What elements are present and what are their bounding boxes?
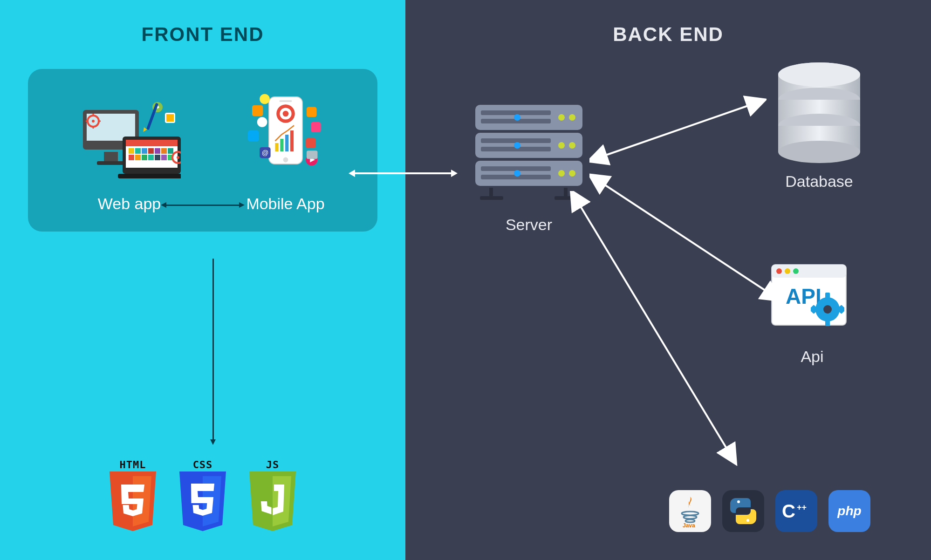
svg-point-111: [684, 516, 697, 519]
svg-rect-14: [155, 148, 160, 154]
svg-point-36: [282, 111, 288, 117]
html-label: HTML: [120, 459, 146, 471]
svg-rect-79: [480, 196, 503, 200]
backend-title: BACK END: [424, 23, 912, 46]
svg-point-51: [257, 117, 267, 127]
svg-rect-38: [280, 139, 283, 151]
svg-rect-42: [252, 105, 263, 116]
php-label: php: [837, 504, 861, 519]
svg-rect-66: [481, 166, 551, 171]
api-block: API Api: [768, 261, 856, 366]
server-to-db-arrow-icon: [589, 93, 767, 168]
webapp-item: Web app: [78, 102, 181, 213]
svg-rect-97: [825, 293, 830, 299]
svg-rect-39: [285, 135, 288, 151]
css-label: CSS: [193, 459, 213, 471]
svg-point-96: [823, 305, 832, 314]
css-badge: CSS: [177, 459, 228, 532]
svg-point-75: [514, 142, 520, 149]
svg-rect-16: [168, 148, 173, 154]
frontend-tech-row: HTML CSS JS: [107, 459, 298, 532]
python-tile: [722, 490, 764, 532]
svg-point-28: [177, 156, 179, 159]
svg-text:C: C: [782, 501, 795, 521]
svg-point-76: [514, 170, 520, 177]
backend-panel: BACK END: [405, 0, 931, 560]
api-icon: API: [768, 261, 856, 340]
cpp-icon: C ++: [780, 497, 813, 525]
js-shield-icon: [247, 471, 298, 532]
svg-rect-90: [772, 265, 846, 278]
frontend-server-arrow-icon: [354, 172, 452, 174]
js-label: JS: [266, 459, 280, 471]
svg-rect-29: [146, 103, 158, 130]
server-to-langs-arrow-icon: [568, 191, 741, 466]
svg-rect-12: [142, 148, 147, 154]
frontend-apps-container: Web app: [28, 69, 377, 232]
svg-point-69: [569, 114, 575, 121]
html-shield-icon: [107, 471, 158, 532]
svg-rect-2: [104, 152, 118, 161]
mobileapp-item: @ Mobile App: [244, 92, 328, 213]
frontend-panel: FRONT END: [0, 0, 405, 560]
api-label: Api: [801, 348, 823, 366]
svg-rect-9: [118, 174, 181, 178]
svg-point-88: [778, 62, 860, 87]
svg-rect-59: [475, 105, 582, 130]
svg-text:API: API: [786, 284, 821, 308]
svg-rect-13: [148, 148, 154, 154]
database-block: Database: [773, 61, 866, 191]
svg-rect-26: [166, 114, 174, 122]
svg-point-115: [746, 519, 749, 522]
js-badge: JS: [247, 459, 298, 532]
svg-line-107: [596, 102, 757, 158]
svg-point-93: [793, 268, 799, 274]
svg-rect-62: [481, 110, 551, 115]
svg-point-87: [778, 141, 860, 163]
svg-rect-8: [126, 140, 178, 146]
java-icon: Java: [676, 495, 704, 527]
svg-rect-47: [311, 122, 321, 132]
svg-point-68: [558, 114, 565, 121]
svg-rect-22: [161, 155, 167, 160]
css-shield-icon: [177, 471, 228, 532]
svg-rect-15: [161, 148, 167, 154]
svg-rect-33: [279, 100, 292, 102]
svg-rect-52: [307, 150, 317, 159]
svg-rect-64: [481, 138, 551, 143]
svg-text:Java: Java: [683, 522, 695, 527]
svg-point-71: [569, 142, 575, 149]
svg-point-32: [283, 157, 288, 163]
svg-rect-41: [248, 130, 259, 141]
cpp-tile: C ++: [775, 490, 817, 532]
frontend-to-tech-arrow-icon: [212, 259, 214, 440]
svg-point-73: [569, 170, 575, 177]
java-tile: Java: [669, 490, 711, 532]
svg-point-114: [737, 500, 740, 503]
mobileapp-illustration: @: [244, 92, 328, 185]
svg-rect-17: [129, 155, 134, 160]
database-icon: [773, 61, 866, 163]
svg-point-5: [92, 120, 95, 123]
svg-rect-21: [155, 155, 160, 160]
svg-rect-37: [275, 143, 278, 151]
svg-point-72: [558, 170, 565, 177]
svg-point-70: [558, 142, 565, 149]
svg-rect-10: [129, 148, 134, 154]
svg-rect-46: [307, 107, 317, 117]
html-badge: HTML: [107, 459, 158, 532]
svg-rect-60: [475, 133, 582, 158]
svg-rect-18: [135, 155, 141, 160]
php-tile: php: [828, 490, 870, 532]
webapp-illustration: [78, 102, 181, 185]
frontend-internal-arrow-icon: [165, 205, 240, 206]
svg-text:@: @: [261, 149, 268, 157]
svg-rect-11: [135, 148, 141, 154]
svg-rect-98: [825, 320, 830, 326]
database-label: Database: [785, 172, 853, 191]
svg-point-43: [260, 94, 270, 104]
svg-rect-3: [97, 161, 125, 165]
svg-line-109: [575, 198, 732, 457]
svg-rect-20: [148, 155, 154, 160]
svg-point-74: [514, 114, 520, 121]
